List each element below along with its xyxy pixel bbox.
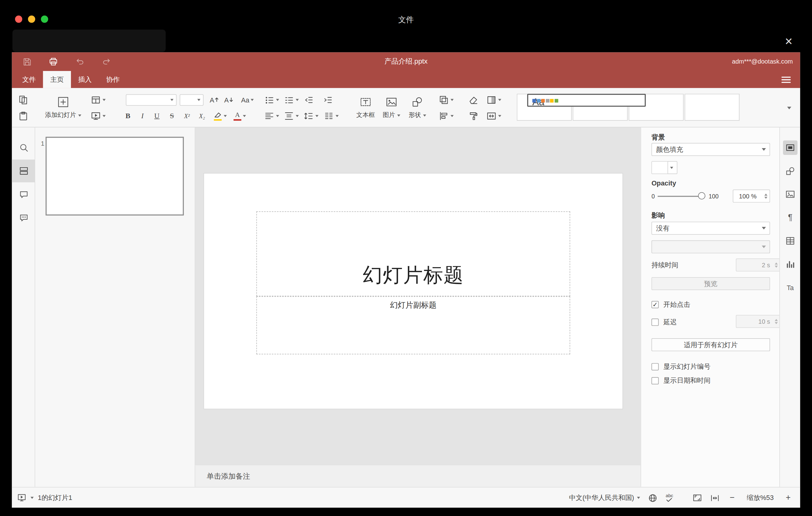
- font-size-select[interactable]: [179, 94, 203, 106]
- subscript-button[interactable]: X₂: [195, 109, 209, 123]
- delay-field[interactable]: 10 s: [736, 315, 780, 328]
- superscript-button[interactable]: X²: [179, 109, 194, 123]
- spinner-arrows[interactable]: [764, 194, 767, 199]
- spinner-arrows[interactable]: [775, 319, 778, 324]
- image-label: 图片: [382, 111, 395, 120]
- slide-layout-button[interactable]: [88, 93, 108, 107]
- theme-gallery-expand-button[interactable]: [782, 94, 796, 122]
- paintbrush-icon: [468, 111, 478, 121]
- horizontal-align-button[interactable]: [262, 109, 281, 123]
- effect-variant-select[interactable]: [651, 240, 770, 253]
- fill-color-select[interactable]: [651, 161, 677, 174]
- menu-button[interactable]: [778, 71, 795, 88]
- opacity-value-field[interactable]: 100 %: [733, 190, 770, 202]
- vertical-align-button[interactable]: [281, 109, 301, 123]
- color-scheme-button[interactable]: [483, 93, 504, 107]
- tab-insert[interactable]: 插入: [71, 71, 99, 88]
- comments-button[interactable]: [12, 183, 35, 206]
- feedback-button[interactable]: [12, 207, 35, 230]
- zoom-in-button[interactable]: +: [784, 493, 793, 503]
- tab-textart-settings[interactable]: Ta: [780, 276, 801, 299]
- insert-textbox-button[interactable]: 文本框: [353, 91, 379, 125]
- subtitle-placeholder[interactable]: 幻灯片副标题: [256, 296, 570, 354]
- opacity-slider[interactable]: [658, 190, 705, 202]
- copy-style-button[interactable]: [466, 109, 481, 123]
- tab-chart-settings[interactable]: [780, 253, 801, 276]
- numbering-button[interactable]: [281, 93, 301, 107]
- font-color-button[interactable]: A: [230, 109, 250, 123]
- account-label: adm***@dootask.com: [732, 53, 793, 71]
- decrease-font-button[interactable]: A: [221, 93, 236, 107]
- strikethrough-button[interactable]: S: [165, 109, 179, 123]
- numbering-icon: [284, 95, 294, 105]
- hamburger-icon: [781, 75, 791, 84]
- line-spacing-button[interactable]: [301, 109, 321, 123]
- columns-button[interactable]: [321, 109, 341, 123]
- theme-thumbnail-selected[interactable]: Aa: [527, 94, 646, 107]
- insert-shape-button[interactable]: 形状: [404, 91, 430, 125]
- copy-button[interactable]: [16, 93, 31, 107]
- slider-knob[interactable]: [698, 192, 705, 200]
- show-date-time-checkbox[interactable]: [651, 377, 659, 384]
- apply-to-all-button[interactable]: 适用于所有幻灯片: [651, 338, 770, 351]
- search-button[interactable]: [12, 136, 35, 159]
- start-on-click-checkbox[interactable]: ✓: [651, 301, 659, 308]
- color-swatch-arrow: [668, 162, 677, 174]
- zoom-out-button[interactable]: −: [727, 493, 737, 503]
- tab-collaboration[interactable]: 协作: [99, 71, 127, 88]
- tab-paragraph-settings[interactable]: ¶: [780, 206, 801, 229]
- title-placeholder[interactable]: 幻灯片标题: [256, 211, 570, 296]
- fill-type-select[interactable]: 颜色填充: [651, 143, 770, 156]
- set-language-button[interactable]: [648, 493, 658, 503]
- tab-image-settings[interactable]: [780, 183, 801, 206]
- slide-size-button[interactable]: [483, 109, 504, 123]
- bullets-button[interactable]: [262, 93, 281, 107]
- font-name-select[interactable]: [126, 94, 176, 106]
- show-slide-number-checkbox[interactable]: [651, 363, 659, 371]
- bold-button[interactable]: B: [121, 109, 135, 123]
- slides-panel-button[interactable]: [12, 160, 35, 182]
- spellcheck-button[interactable]: abc: [666, 494, 673, 502]
- tab-home[interactable]: 主页: [43, 71, 71, 88]
- insert-image-button[interactable]: 图片: [379, 91, 404, 125]
- chevron-down-icon: [787, 107, 791, 109]
- highlight-color-button[interactable]: [210, 109, 230, 123]
- arrange-shape-button[interactable]: [436, 93, 456, 107]
- start-slideshow-button[interactable]: [88, 109, 108, 123]
- chevron-down-icon[interactable]: [31, 497, 34, 499]
- tab-slide-settings[interactable]: [780, 136, 801, 159]
- preview-button[interactable]: 预览: [651, 277, 770, 290]
- paste-button[interactable]: [16, 109, 31, 123]
- show-slide-number-row: 显示幻灯片编号: [651, 362, 710, 371]
- delay-checkbox[interactable]: [651, 318, 659, 326]
- chevron-down-icon: [637, 497, 640, 499]
- tab-table-settings[interactable]: [780, 230, 801, 253]
- fit-slide-button[interactable]: [692, 493, 702, 503]
- duration-field[interactable]: 2 s: [736, 259, 780, 271]
- close-icon[interactable]: ×: [780, 33, 798, 49]
- screen: 文件 × 产品介绍.pptx adm***@dootask.co: [0, 0, 812, 516]
- increase-font-button[interactable]: A: [207, 93, 221, 107]
- tab-file[interactable]: 文件: [15, 71, 43, 88]
- slide-thumbnails-panel: 1: [35, 127, 195, 487]
- slide-canvas[interactable]: 幻灯片标题 幻灯片副标题: [204, 173, 622, 409]
- add-slide-button[interactable]: 添加幻灯片: [41, 91, 85, 125]
- theme-thumbnail[interactable]: [685, 94, 740, 121]
- effect-select[interactable]: 没有: [651, 222, 770, 234]
- spinner-arrows[interactable]: [775, 262, 778, 268]
- language-select[interactable]: 中文(中华人民共和国): [569, 493, 640, 503]
- increase-indent-button[interactable]: [321, 93, 335, 107]
- slide-thumbnail[interactable]: [46, 137, 184, 216]
- chevron-down-icon: [762, 246, 766, 248]
- underline-button[interactable]: U: [150, 109, 164, 123]
- fit-width-button[interactable]: [710, 493, 720, 503]
- start-slideshow-status-button[interactable]: [17, 493, 26, 503]
- change-case-button[interactable]: Aa: [237, 93, 259, 107]
- italic-button[interactable]: I: [135, 109, 150, 123]
- notes-area[interactable]: 单击添加备注: [195, 465, 641, 487]
- align-left-icon: [264, 111, 274, 121]
- align-shape-button[interactable]: [436, 109, 456, 123]
- tab-shape-settings[interactable]: [780, 160, 801, 182]
- decrease-indent-button[interactable]: [301, 93, 316, 107]
- clear-style-button[interactable]: [466, 93, 481, 107]
